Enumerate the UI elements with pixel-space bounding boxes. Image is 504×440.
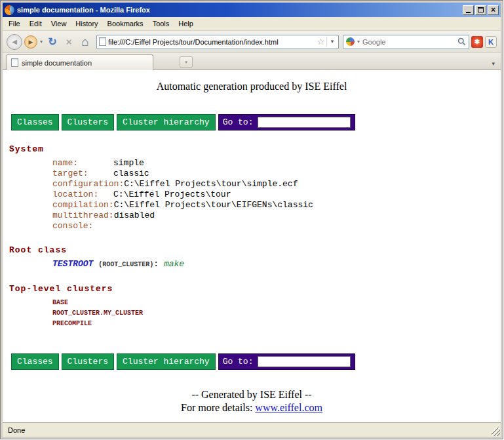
- system-row-label: location:: [52, 190, 113, 200]
- menu-history[interactable]: History: [71, 18, 102, 29]
- search-engine-dropdown-icon[interactable]: ▾: [357, 39, 360, 45]
- goto-input[interactable]: [258, 356, 351, 367]
- reload-icon: ↻: [48, 35, 56, 48]
- root-class-section: Root class TESTROOT (ROOT_CLUSTER): make: [9, 245, 494, 270]
- menubar: File Edit View History Bookmarks Tools H…: [3, 17, 501, 31]
- doc-header: Automatic generation produced by ISE Eif…: [9, 81, 494, 92]
- tab-simple-documentation[interactable]: simple documentation: [6, 54, 153, 70]
- tab-label: simple documentation: [22, 59, 92, 67]
- menu-edit[interactable]: Edit: [25, 18, 47, 29]
- doc-footer: -- Generated by ISE Eiffel -- For more d…: [9, 388, 494, 414]
- maximize-icon: [478, 7, 484, 12]
- system-row: target:classic: [52, 169, 494, 179]
- root-cluster-ref: (ROOT_CLUSTER): [98, 261, 153, 268]
- system-row: compilation:C:\Eiffel Projects\tour\EIFG…: [52, 200, 494, 210]
- classes-button[interactable]: Classes: [11, 114, 59, 130]
- cluster-link-base[interactable]: BASE: [52, 298, 494, 308]
- eiffel-website-link[interactable]: www.eiffel.com: [255, 402, 322, 413]
- menu-bookmarks[interactable]: Bookmarks: [103, 18, 148, 29]
- status-bar: Done: [3, 422, 501, 437]
- maximize-button[interactable]: [475, 5, 486, 15]
- root-colon: :: [153, 259, 159, 269]
- system-row-label: name:: [52, 158, 113, 169]
- menu-tools[interactable]: Tools: [148, 18, 174, 29]
- system-row-value: disabled: [114, 210, 155, 220]
- system-row: configuration:C:\Eiffel Projects\tour\si…: [52, 179, 494, 190]
- stop-icon: ×: [66, 36, 72, 47]
- goto-label: Go to:: [223, 117, 254, 127]
- cluster-link-root-cluster-my-cluster[interactable]: ROOT_CLUSTER.MY_CLUSTER: [52, 308, 494, 319]
- goto-input[interactable]: [258, 117, 351, 128]
- creation-procedure-link[interactable]: make: [164, 259, 184, 269]
- goto-box: Go to:: [218, 114, 356, 130]
- forward-button[interactable]: ▶: [24, 35, 37, 49]
- minimize-button[interactable]: [463, 5, 474, 15]
- page-content: Automatic generation produced by ISE Eif…: [3, 70, 501, 422]
- root-class-line: TESTROOT (ROOT_CLUSTER): make: [52, 259, 494, 270]
- firefox-window: simple documentation - Mozilla Firefox ×…: [1, 1, 503, 439]
- navigation-toolbar: ◀ ▶ ▾ ↻ × ⌂ ☆ ▼ ▾ ✱ K: [3, 31, 501, 53]
- titlebar: simple documentation - Mozilla Firefox ×: [3, 3, 501, 17]
- system-row-label: console:: [52, 221, 113, 231]
- system-row: name:simple: [52, 158, 494, 169]
- menu-help[interactable]: Help: [174, 18, 198, 29]
- system-row: location:C:\Eiffel Projects\tour: [52, 190, 494, 200]
- close-button[interactable]: ×: [488, 5, 499, 15]
- doc-navbar-bottom: Classes Clusters Cluster hierarchy Go to…: [11, 353, 494, 370]
- system-row: multithread:disabled: [52, 210, 494, 221]
- url-history-dropdown-icon[interactable]: ▼: [326, 37, 336, 47]
- new-tab-button[interactable]: ▾: [180, 56, 193, 68]
- window-controls: ×: [463, 5, 499, 15]
- page-icon: [99, 37, 106, 46]
- classes-button[interactable]: Classes: [11, 353, 59, 370]
- system-row-value: classic: [113, 169, 149, 178]
- stop-button[interactable]: ×: [62, 34, 76, 50]
- home-button[interactable]: ⌂: [78, 34, 92, 50]
- resize-grip[interactable]: [492, 428, 500, 436]
- system-row-label: configuration:: [52, 179, 124, 190]
- clusters-button[interactable]: Clusters: [62, 114, 114, 130]
- cluster-hierarchy-button[interactable]: Cluster hierarchy: [117, 114, 216, 130]
- system-section: System name:simple target:classic config…: [9, 144, 494, 231]
- reload-button[interactable]: ↻: [45, 34, 60, 50]
- system-row-value: C:\Eiffel Projects\tour\EIFGENs\classic: [114, 200, 313, 210]
- system-row-label: target:: [52, 169, 113, 179]
- system-row-label: compilation:: [52, 200, 114, 210]
- tab-list-dropdown-icon[interactable]: ▾: [489, 60, 497, 67]
- tab-strip: simple documentation ▾ ▾: [3, 53, 501, 70]
- cluster-hierarchy-button[interactable]: Cluster hierarchy: [117, 353, 216, 370]
- firefox-icon: [5, 5, 14, 15]
- goto-label: Go to:: [223, 357, 254, 367]
- generated-by-text: -- Generated by ISE Eiffel --: [9, 388, 494, 401]
- tab-page-icon: [11, 58, 18, 67]
- top-clusters-heading: Top-level clusters: [9, 284, 494, 294]
- menu-view[interactable]: View: [47, 18, 71, 29]
- root-class-link[interactable]: TESTROOT: [52, 259, 93, 269]
- extension-k-icon[interactable]: K: [485, 36, 497, 48]
- google-logo-icon[interactable]: [346, 37, 355, 46]
- bookmark-star-icon[interactable]: ☆: [317, 37, 324, 47]
- url-input[interactable]: [108, 38, 315, 46]
- system-row: console:: [52, 221, 494, 231]
- system-row-value: simple: [113, 158, 144, 168]
- menu-file[interactable]: File: [4, 18, 25, 29]
- url-bar[interactable]: ☆ ▼: [96, 35, 339, 49]
- status-text: Done: [8, 426, 25, 434]
- extension-red-icon[interactable]: ✱: [471, 36, 483, 48]
- back-button[interactable]: ◀: [7, 34, 22, 50]
- clusters-button[interactable]: Clusters: [62, 353, 114, 370]
- back-forward-dropdown-icon[interactable]: ▾: [39, 39, 43, 45]
- home-icon: ⌂: [81, 35, 88, 49]
- cluster-link-precompile[interactable]: PRECOMPILE: [52, 319, 494, 329]
- top-clusters-section: Top-level clusters BASE ROOT_CLUSTER.MY_…: [9, 284, 494, 329]
- doc-navbar-top: Classes Clusters Cluster hierarchy Go to…: [11, 114, 494, 130]
- magnifier-icon[interactable]: [457, 37, 466, 46]
- search-bar[interactable]: ▾: [343, 35, 469, 49]
- system-row-value: C:\Eiffel Projects\tour\simple.ecf: [124, 179, 298, 189]
- root-class-heading: Root class: [9, 245, 494, 255]
- system-row-label: multithread:: [52, 210, 114, 221]
- system-row-value: C:\Eiffel Projects\tour: [113, 190, 231, 199]
- window-title: simple documentation - Mozilla Firefox: [17, 6, 463, 14]
- search-input[interactable]: [362, 38, 456, 46]
- minimize-icon: [466, 12, 471, 13]
